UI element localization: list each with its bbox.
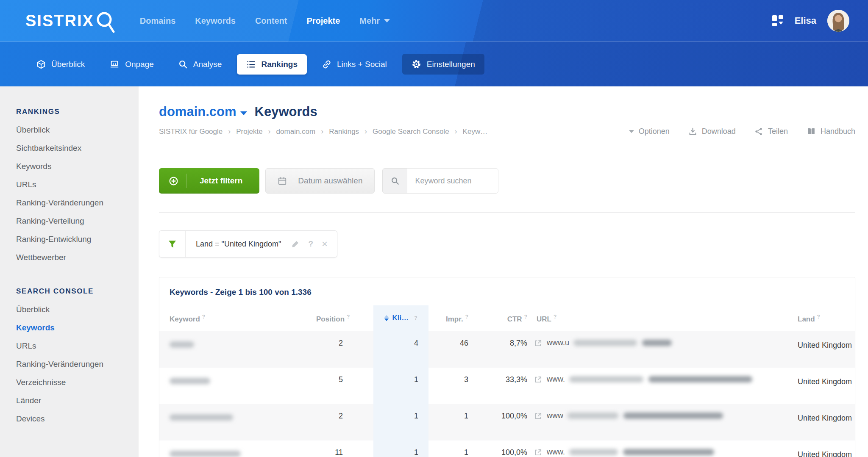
nav-item-mehr[interactable]: Mehr xyxy=(359,16,390,26)
external-link-icon xyxy=(534,412,542,420)
position-cell: 2 xyxy=(316,404,352,440)
tab-onpage[interactable]: Onpage xyxy=(100,54,163,75)
date-picker-button[interactable]: Datum auswählen xyxy=(265,168,375,194)
sidebar-item-sc-ranking-veraenderungen[interactable]: Ranking-Veränderungen xyxy=(0,355,139,374)
tab-analyse[interactable]: Analyse xyxy=(169,54,231,75)
sidebar-item-sc-keywords[interactable]: Keywords xyxy=(0,319,139,337)
share-label: Teilen xyxy=(768,127,788,136)
help-icon[interactable]: ? xyxy=(554,314,556,320)
position-cell: 2 xyxy=(316,331,352,368)
sidebar-section-title: SEARCH CONSOLE xyxy=(0,287,139,296)
column-label: Keyword xyxy=(170,315,200,323)
breadcrumb-item[interactable]: SISTRIX für Google xyxy=(159,127,223,136)
url-redacted xyxy=(623,413,723,419)
breadcrumb-separator: › xyxy=(321,127,323,136)
breadcrumb-item[interactable]: Google Search Console xyxy=(373,127,449,136)
help-icon[interactable]: ? xyxy=(465,314,468,320)
table-row[interactable]: 2 1 1 100,0% www United Kingdom xyxy=(159,404,855,440)
nav-item-keywords[interactable]: Keywords xyxy=(195,16,236,26)
table-row[interactable]: 2 4 46 8,7% www.u United Kingdom xyxy=(159,331,855,368)
tab-label: Links + Social xyxy=(337,60,387,69)
main-content: domain.com Keywords SISTRIX für Google ›… xyxy=(139,86,868,457)
user-name[interactable]: Elisa xyxy=(795,15,816,26)
help-icon[interactable]: ? xyxy=(817,314,820,320)
column-header-land[interactable]: Land? xyxy=(776,305,855,331)
help-icon[interactable]: ? xyxy=(524,314,527,320)
sidebar-item-sc-verzeichnisse[interactable]: Verzeichnisse xyxy=(0,374,139,392)
filter-now-button[interactable]: Jetzt filtern xyxy=(159,168,259,194)
table-row[interactable]: 11 1 1 100,0% www. United Kingdom xyxy=(159,440,855,457)
breadcrumb-separator: › xyxy=(228,127,231,136)
gear-icon xyxy=(412,59,421,69)
apps-grid-icon[interactable] xyxy=(772,14,784,27)
download-button[interactable]: Download xyxy=(688,127,736,136)
keyword-search-input[interactable] xyxy=(407,168,498,194)
breadcrumb-item[interactable]: Rankings xyxy=(329,127,359,136)
top-right-area: Elisa xyxy=(772,10,849,32)
tab-rankings[interactable]: Rankings xyxy=(237,54,307,75)
url-prefix: www.u xyxy=(547,338,569,347)
plus-circle-icon xyxy=(168,176,179,186)
help-icon[interactable]: ? xyxy=(347,314,350,320)
sidebar-item-sichtbarkeitsindex[interactable]: Sichtbarkeitsindex xyxy=(0,139,139,158)
column-header-position[interactable]: Position? xyxy=(316,305,352,331)
domain-selector[interactable]: domain.com xyxy=(159,104,247,119)
sidebar-item-urls[interactable]: URLs xyxy=(0,176,139,194)
help-icon[interactable]: ? xyxy=(308,239,313,249)
nav-item-projekte[interactable]: Projekte xyxy=(306,16,340,26)
help-icon[interactable]: ? xyxy=(202,314,205,320)
close-icon[interactable]: × xyxy=(322,239,328,249)
url-prefix: www. xyxy=(547,448,565,457)
domain-name: domain.com xyxy=(159,104,236,119)
column-header-ctr[interactable]: CTR? xyxy=(475,305,532,331)
column-header-keyword[interactable]: Keyword? xyxy=(159,305,316,331)
column-header-klicks-sorted[interactable]: Kli… ? xyxy=(352,305,428,331)
button-divider xyxy=(186,174,187,188)
column-label: Position xyxy=(316,315,345,323)
column-header-url[interactable]: URL? xyxy=(532,305,776,331)
page-body: RANKINGS Überblick Sichtbarkeitsindex Ke… xyxy=(0,86,868,457)
handbook-button[interactable]: Handbuch xyxy=(807,127,855,136)
avatar-image xyxy=(827,10,849,32)
edit-pencil-icon[interactable] xyxy=(291,240,300,248)
tab-links-social[interactable]: Links + Social xyxy=(313,54,396,75)
url-cell[interactable]: www. xyxy=(532,368,776,404)
sidebar-item-ranking-verteilung[interactable]: Ranking-Verteilung xyxy=(0,212,139,230)
sidebar-section-rankings: RANKINGS Überblick Sichtbarkeitsindex Ke… xyxy=(0,108,139,267)
column-header-impressions[interactable]: Impr.? xyxy=(428,305,475,331)
avatar[interactable] xyxy=(827,10,849,32)
help-icon[interactable]: ? xyxy=(414,315,417,321)
share-button[interactable]: Teilen xyxy=(754,127,788,136)
sidebar-item-sc-laender[interactable]: Länder xyxy=(0,392,139,410)
nav-item-mehr-label: Mehr xyxy=(359,16,380,26)
sistrix-logo-text: SISTRIX xyxy=(25,12,94,30)
sidebar-item-sc-urls[interactable]: URLs xyxy=(0,337,139,355)
nav-item-domains[interactable]: Domains xyxy=(140,16,175,26)
filter-controls: Jetzt filtern Datum auswählen xyxy=(159,168,855,194)
sidebar-item-wettbewerber[interactable]: Wettbewerber xyxy=(0,249,139,267)
url-redacted xyxy=(642,340,672,346)
sidebar-item-ranking-veraenderungen[interactable]: Ranking-Veränderungen xyxy=(0,194,139,212)
sidebar-item-keywords[interactable]: Keywords xyxy=(0,158,139,176)
breadcrumb-item-truncated[interactable]: Keyw… xyxy=(463,127,488,136)
sistrix-logo[interactable]: SISTRIX xyxy=(25,6,115,36)
primary-nav: Domains Keywords Content Projekte Mehr xyxy=(140,16,390,26)
sidebar-item-ueberblick[interactable]: Überblick xyxy=(0,121,139,139)
date-picker-label: Datum auswählen xyxy=(298,176,362,186)
project-tab-bar: Überblick Onpage Analyse Rankings xyxy=(0,42,868,86)
column-label: Kli… xyxy=(392,314,409,322)
url-cell[interactable]: www xyxy=(532,404,776,440)
nav-item-content[interactable]: Content xyxy=(255,16,287,26)
breadcrumb-item[interactable]: domain.com xyxy=(276,127,316,136)
sidebar-item-sc-devices[interactable]: Devices xyxy=(0,410,139,428)
breadcrumb-item[interactable]: Projekte xyxy=(236,127,262,136)
url-cell[interactable]: www.u xyxy=(532,331,776,368)
sidebar-item-ranking-entwicklung[interactable]: Ranking-Entwicklung xyxy=(0,230,139,249)
sidebar-item-sc-ueberblick[interactable]: Überblick xyxy=(0,301,139,319)
url-cell[interactable]: www. xyxy=(532,440,776,457)
land-cell: United Kingdom xyxy=(776,404,855,440)
table-row[interactable]: 5 1 3 33,3% www. United Kingdom xyxy=(159,368,855,404)
optionen-dropdown[interactable]: Optionen xyxy=(629,127,670,136)
tab-ueberblick[interactable]: Überblick xyxy=(27,54,94,75)
tab-einstellungen[interactable]: Einstellungen xyxy=(402,54,484,75)
